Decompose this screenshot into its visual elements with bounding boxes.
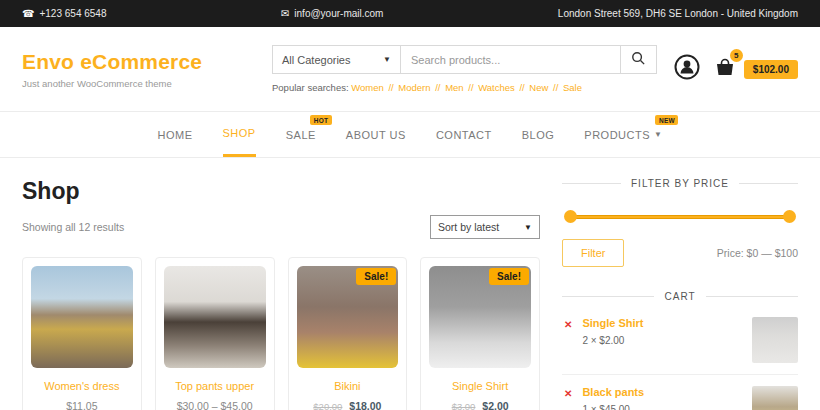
popular-link-watches[interactable]: Watches xyxy=(478,82,515,93)
price-slider-handle-max[interactable] xyxy=(783,210,796,223)
nav-item-about-us[interactable]: ABOUT US xyxy=(346,112,406,157)
street-address: London Street 569, DH6 SE London - Unite… xyxy=(558,8,798,19)
remove-item-icon[interactable]: ✕ xyxy=(564,388,572,399)
site-tagline: Just another WooCommerce theme xyxy=(22,78,272,89)
header: Envo eCommerce Just another WooCommerce … xyxy=(0,27,820,112)
new-badge: NEW xyxy=(655,115,678,125)
cart-widget-title: CART xyxy=(562,291,798,302)
sale-price: $2.00 xyxy=(482,400,508,410)
cart-item-name[interactable]: Black pants xyxy=(582,386,752,398)
product-price: $3.00 $2.00 xyxy=(429,400,531,410)
chevron-down-icon: ▼ xyxy=(524,223,532,232)
separator: // xyxy=(550,82,561,93)
old-price: $3.00 xyxy=(452,401,476,410)
search-icon xyxy=(631,51,646,69)
shop-main: Shop Showing all 12 results Sort by late… xyxy=(22,178,540,410)
phone-icon: ☎ xyxy=(22,8,34,19)
popular-label: Popular searches: xyxy=(272,82,349,93)
nav-item-contact[interactable]: CONTACT xyxy=(436,112,492,157)
category-select[interactable]: All Categories ▼ xyxy=(273,46,401,73)
sort-select[interactable]: Sort by latest ▼ xyxy=(430,215,540,239)
nav-label: ABOUT US xyxy=(346,129,406,141)
separator: // xyxy=(386,82,397,93)
user-icon xyxy=(674,54,700,84)
cart-item-info: Single Shirt 2 × $2.00 xyxy=(582,317,752,346)
cart-item-info: Black pants 1 × $45.00 xyxy=(582,386,752,410)
cart-item-single-shirt: ✕ Single Shirt 2 × $2.00 xyxy=(562,306,798,375)
page-title: Shop xyxy=(22,178,540,205)
product-card-womens-dress[interactable]: Women's dress $11.05 xyxy=(22,257,142,410)
main-nav: HOME SHOP SALE HOT ABOUT US CONTACT BLOG… xyxy=(0,112,820,158)
nav-label: CONTACT xyxy=(436,129,492,141)
product-price: $30.00 – $45.00 xyxy=(164,400,266,410)
product-card-single-shirt[interactable]: Sale! Single Shirt $3.00 $2.00 xyxy=(420,257,540,410)
topbar-phone[interactable]: ☎ +123 654 6548 xyxy=(22,8,106,19)
content: Shop Showing all 12 results Sort by late… xyxy=(0,158,820,410)
product-card-top-pants-upper[interactable]: Top pants upper $30.00 – $45.00 xyxy=(155,257,275,410)
topbar-address: London Street 569, DH6 SE London - Unite… xyxy=(558,8,798,19)
cart-bag: 5 xyxy=(714,57,736,81)
popular-link-modern[interactable]: Modern xyxy=(398,82,430,93)
cart-widget: CART ✕ Single Shirt 2 × $2.00 ✕ Black pa xyxy=(562,291,798,410)
cart-item-qty: 1 × $45.00 xyxy=(582,404,752,410)
popular-link-men[interactable]: Men xyxy=(445,82,463,93)
sale-badge: Sale! xyxy=(356,268,396,285)
site-logo[interactable]: Envo eCommerce xyxy=(22,50,272,74)
header-actions: 5 $102.00 xyxy=(657,54,798,84)
cart-item-black-pants: ✕ Black pants 1 × $45.00 xyxy=(562,375,798,410)
nav-item-sale[interactable]: SALE HOT xyxy=(286,112,316,157)
nav-label: SHOP xyxy=(223,127,256,139)
price-slider-track[interactable] xyxy=(568,215,792,219)
search-input[interactable] xyxy=(401,46,620,73)
nav-label: PRODUCTS xyxy=(584,129,650,141)
product-name[interactable]: Bikini xyxy=(297,380,399,392)
topbar-email[interactable]: ✉ info@your-mail.com xyxy=(281,8,383,19)
old-price: $20.00 xyxy=(313,401,342,410)
phone-number: +123 654 6548 xyxy=(39,8,106,19)
nav-item-blog[interactable]: BLOG xyxy=(522,112,555,157)
topbar: ☎ +123 654 6548 ✉ info@your-mail.com Lon… xyxy=(0,0,820,27)
chevron-down-icon: ▼ xyxy=(383,55,391,64)
price-range-label: Price: $0 — $100 xyxy=(717,247,798,259)
product-card-bikini[interactable]: Sale! Bikini $20.00 $18.00 xyxy=(288,257,408,410)
mini-cart[interactable]: 5 $102.00 xyxy=(714,57,798,81)
separator: // xyxy=(466,82,477,93)
category-selected-value: All Categories xyxy=(282,54,350,66)
filter-button[interactable]: Filter xyxy=(562,239,624,267)
search-area: All Categories ▼ Popular searches: Women… xyxy=(272,45,657,93)
product-name[interactable]: Women's dress xyxy=(31,380,133,392)
popular-link-new[interactable]: New xyxy=(529,82,548,93)
nav-item-home[interactable]: HOME xyxy=(158,112,193,157)
product-name[interactable]: Single Shirt xyxy=(429,380,531,392)
nav-label: HOME xyxy=(158,129,193,141)
cart-total: $102.00 xyxy=(744,60,798,79)
sale-badge: Sale! xyxy=(489,268,529,285)
hot-badge: HOT xyxy=(310,115,332,125)
cart-count-badge: 5 xyxy=(730,49,743,62)
nav-item-products[interactable]: PRODUCTS ▼ NEW xyxy=(584,112,662,157)
price-slider-handle-min[interactable] xyxy=(564,210,577,223)
sidebar: FILTER BY PRICE Filter Price: $0 — $100 … xyxy=(562,178,798,410)
search-bar: All Categories ▼ xyxy=(272,45,657,74)
product-name[interactable]: Top pants upper xyxy=(164,380,266,392)
cart-item-image xyxy=(752,386,798,410)
nav-item-shop[interactable]: SHOP xyxy=(223,112,256,157)
sort-selected-value: Sort by latest xyxy=(438,221,499,233)
mail-icon: ✉ xyxy=(281,8,289,19)
account-button[interactable] xyxy=(674,54,700,84)
popular-link-sale[interactable]: Sale xyxy=(563,82,582,93)
cart-item-name[interactable]: Single Shirt xyxy=(582,317,752,329)
filter-widget-title: FILTER BY PRICE xyxy=(562,178,798,189)
results-count: Showing all 12 results xyxy=(22,221,124,233)
popular-link-women[interactable]: Women xyxy=(351,82,384,93)
brand: Envo eCommerce Just another WooCommerce … xyxy=(22,50,272,89)
filter-row: Filter Price: $0 — $100 xyxy=(562,239,798,267)
product-price: $20.00 $18.00 xyxy=(297,400,399,410)
email-address: info@your-mail.com xyxy=(294,8,383,19)
remove-item-icon[interactable]: ✕ xyxy=(564,319,572,330)
sale-price: $18.00 xyxy=(349,400,381,410)
separator: // xyxy=(517,82,528,93)
separator: // xyxy=(433,82,444,93)
cart-item-qty: 2 × $2.00 xyxy=(582,335,752,346)
search-button[interactable] xyxy=(620,46,656,73)
